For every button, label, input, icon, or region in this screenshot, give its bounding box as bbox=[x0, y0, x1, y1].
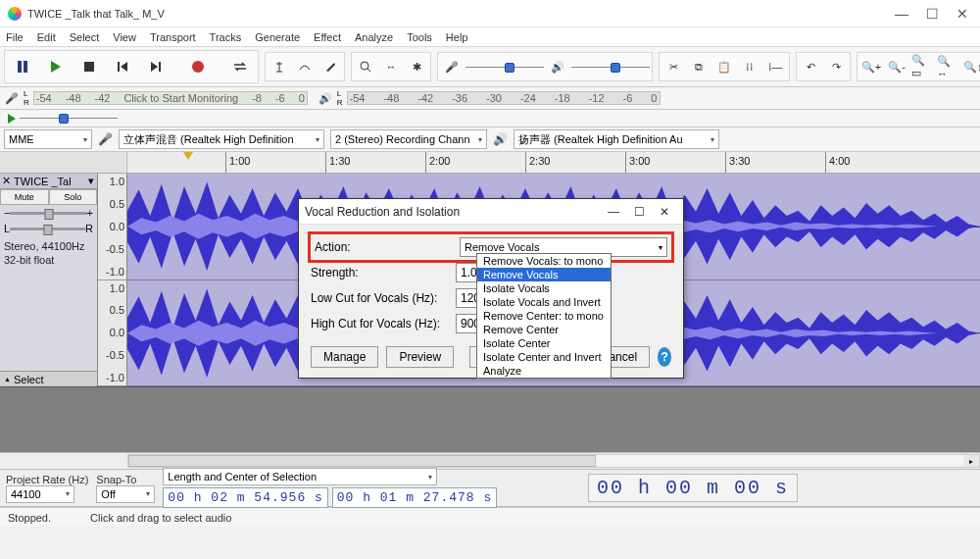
action-option[interactable]: Remove Center: to mono bbox=[477, 309, 611, 323]
timeline-ruler[interactable]: 1:001:302:002:303:003:304:00 bbox=[0, 152, 980, 174]
timeshift-tool-icon[interactable]: ↔ bbox=[379, 55, 403, 78]
hscroll-track[interactable]: ◂ ▸ bbox=[127, 454, 980, 468]
action-option[interactable]: Isolate Center bbox=[477, 336, 611, 350]
action-option[interactable]: Remove Vocals: to mono bbox=[477, 254, 611, 268]
menu-help[interactable]: Help bbox=[446, 31, 468, 43]
menu-tracks[interactable]: Tracks bbox=[210, 31, 242, 43]
manage-button[interactable]: Manage bbox=[311, 346, 378, 368]
zoom-sel-icon[interactable]: 🔍▭ bbox=[910, 55, 934, 78]
strength-label: Strength: bbox=[311, 266, 448, 280]
paste-icon[interactable]: 📋 bbox=[712, 55, 736, 78]
play-volume-slider[interactable] bbox=[571, 67, 650, 68]
selection-tool-icon[interactable] bbox=[268, 55, 291, 78]
trim-icon[interactable]: ⁞⁞ bbox=[738, 55, 761, 78]
play-meter-lr: LR bbox=[337, 89, 343, 107]
preview-button[interactable]: Preview bbox=[386, 346, 454, 368]
project-rate-combo[interactable]: 44100▾ bbox=[6, 485, 74, 503]
transport-toolbar: ↔ ✱ 🎤 🔊 ✂ ⧉ 📋 ⁞⁞ ⁞― ↶ ↷ 🔍+ 🔍- 🔍▭ 🔍↔ 🔍↕ bbox=[0, 47, 980, 87]
rec-meter-msg: Click to Start Monitoring bbox=[123, 92, 238, 104]
action-option[interactable]: Isolate Vocals and Invert bbox=[477, 295, 611, 309]
hscroll-thumb[interactable] bbox=[128, 455, 596, 467]
gain-slider[interactable] bbox=[10, 212, 86, 215]
empty-track-area[interactable] bbox=[0, 387, 980, 452]
menu-effect[interactable]: Effect bbox=[314, 31, 341, 43]
track-bitdepth: 32-bit float bbox=[4, 253, 93, 267]
rec-meter-mic-icon[interactable]: 🎤 bbox=[4, 90, 20, 106]
action-label: Action: bbox=[315, 240, 452, 254]
pan-slider[interactable] bbox=[10, 228, 85, 230]
selection-mode-combo[interactable]: Length and Center of Selection▾ bbox=[163, 468, 437, 485]
menu-transport[interactable]: Transport bbox=[150, 31, 196, 43]
zoom-tool-icon[interactable] bbox=[354, 55, 377, 78]
rec-meter[interactable]: -54 -48 -42 Click to Start Monitoring -8… bbox=[33, 91, 308, 105]
play-device-combo[interactable]: 扬声器 (Realtek High Definition Au▾ bbox=[514, 129, 719, 149]
silence-icon[interactable]: ⁞― bbox=[763, 55, 787, 78]
rec-volume-slider[interactable] bbox=[466, 67, 544, 68]
action-option[interactable]: Analyze bbox=[477, 364, 611, 378]
menu-file[interactable]: File bbox=[6, 31, 24, 43]
envelope-tool-icon[interactable] bbox=[293, 55, 317, 78]
menu-tools[interactable]: Tools bbox=[407, 31, 432, 43]
action-option[interactable]: Remove Vocals bbox=[477, 268, 611, 281]
amplitude-scale: 1.0 0.5 0.0 -0.5 -1.0 1.0 0.5 0.0 -0.5 -… bbox=[98, 174, 127, 386]
stop-button[interactable] bbox=[74, 53, 105, 80]
audio-host-combo[interactable]: MME▾ bbox=[4, 129, 92, 149]
playhead-icon[interactable] bbox=[183, 152, 193, 160]
svg-point-8 bbox=[361, 62, 368, 70]
skip-start-button[interactable] bbox=[107, 53, 138, 80]
redo-icon[interactable]: ↷ bbox=[824, 55, 848, 78]
maximize-button[interactable]: ☐ bbox=[926, 7, 939, 21]
track-menu-button[interactable]: ▾ bbox=[85, 175, 97, 187]
rec-channels-combo[interactable]: 2 (Stereo) Recording Chann▾ bbox=[330, 129, 487, 149]
menu-edit[interactable]: Edit bbox=[37, 31, 56, 43]
action-option[interactable]: Isolate Center and Invert bbox=[477, 350, 611, 364]
record-button[interactable] bbox=[182, 53, 214, 80]
multi-tool-icon[interactable]: ✱ bbox=[405, 55, 428, 78]
app-logo-icon bbox=[8, 7, 22, 21]
action-dropdown[interactable]: Remove Vocals: to monoRemove VocalsIsola… bbox=[476, 253, 612, 379]
action-option[interactable]: Remove Center bbox=[477, 323, 611, 336]
dialog-minimize-button[interactable]: — bbox=[601, 205, 626, 219]
rec-device-combo[interactable]: 立体声混音 (Realtek High Definition▾ bbox=[119, 129, 324, 149]
play-indicator bbox=[4, 112, 122, 126]
zoom-out-icon[interactable]: 🔍- bbox=[885, 55, 908, 78]
help-icon[interactable]: ? bbox=[658, 347, 671, 367]
menu-analyze[interactable]: Analyze bbox=[355, 31, 393, 43]
menu-generate[interactable]: Generate bbox=[255, 31, 300, 43]
solo-button[interactable]: Solo bbox=[49, 189, 98, 205]
svg-rect-3 bbox=[84, 62, 94, 72]
menu-select[interactable]: Select bbox=[70, 31, 100, 43]
menu-view[interactable]: View bbox=[113, 31, 136, 43]
cut-icon[interactable]: ✂ bbox=[662, 55, 685, 78]
track-close-button[interactable]: ✕ bbox=[0, 175, 12, 187]
action-option[interactable]: Isolate Vocals bbox=[477, 281, 611, 295]
minimize-button[interactable]: — bbox=[895, 7, 908, 21]
loop-button[interactable] bbox=[224, 53, 256, 80]
ruler-tick: 3:30 bbox=[725, 152, 750, 173]
selection-field-1[interactable]: 00 h 02 m 54.956 s bbox=[163, 487, 327, 508]
play-meter[interactable]: -54 -48 -42 -36 -30 -24 -18 -12 -6 0 bbox=[347, 91, 661, 105]
pause-button[interactable] bbox=[7, 53, 38, 80]
speaker-icon: 🔊 bbox=[493, 132, 508, 146]
snap-combo[interactable]: Off▾ bbox=[96, 485, 155, 503]
selection-field-2[interactable]: 00 h 01 m 27.478 s bbox=[332, 487, 497, 508]
playback-speed-slider[interactable] bbox=[20, 118, 118, 119]
play-button[interactable] bbox=[40, 53, 72, 80]
copy-icon[interactable]: ⧉ bbox=[687, 55, 710, 78]
rec-mic-icon: 🎤 bbox=[440, 55, 464, 78]
draw-tool-icon[interactable] bbox=[318, 55, 342, 78]
undo-icon[interactable]: ↶ bbox=[799, 55, 822, 78]
hscroll-right-button[interactable]: ▸ bbox=[963, 455, 979, 467]
mute-button[interactable]: Mute bbox=[0, 189, 49, 205]
track-name[interactable]: TWICE _Tal bbox=[12, 176, 85, 187]
dialog-maximize-button[interactable]: ☐ bbox=[626, 205, 652, 219]
close-button[interactable]: ✕ bbox=[956, 7, 968, 21]
skip-end-button[interactable] bbox=[140, 53, 172, 80]
track-select-button[interactable]: Select bbox=[0, 371, 97, 386]
play-meter-speaker-icon[interactable]: 🔊 bbox=[318, 90, 333, 106]
zoom-fit-icon[interactable]: 🔍↔ bbox=[936, 55, 959, 78]
zoom-toggle-icon[interactable]: 🔍↕ bbox=[961, 55, 980, 78]
dialog-close-button[interactable]: ✕ bbox=[652, 205, 677, 219]
track-control-panel: ✕ TWICE _Tal ▾ Mute Solo −+ LR Stereo, 4… bbox=[0, 174, 98, 386]
zoom-in-icon[interactable]: 🔍+ bbox=[859, 55, 883, 78]
